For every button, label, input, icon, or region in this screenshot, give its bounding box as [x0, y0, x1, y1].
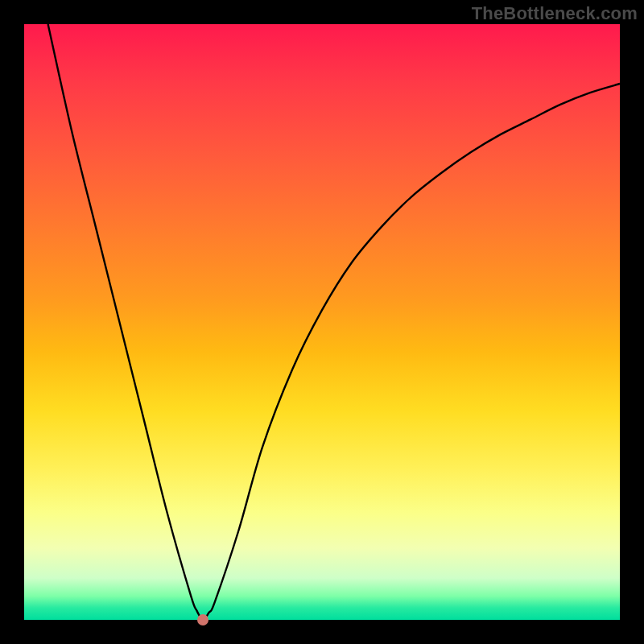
plot-area	[24, 24, 620, 620]
curve-svg	[24, 24, 620, 620]
min-marker-dot	[197, 614, 208, 625]
bottleneck-curve	[48, 24, 620, 620]
chart-container: TheBottleneck.com	[0, 0, 644, 644]
watermark-label: TheBottleneck.com	[472, 3, 638, 24]
